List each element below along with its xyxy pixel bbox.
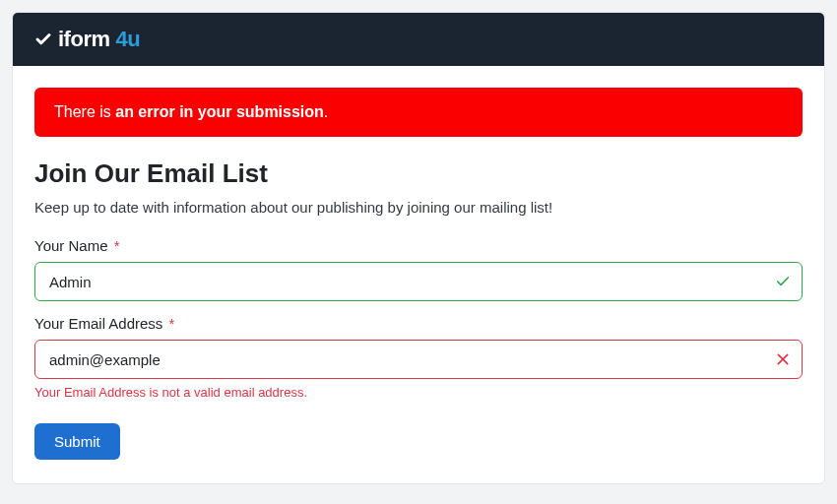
email-required-mark: * (169, 315, 175, 332)
email-label-text: Your Email Address (34, 315, 162, 332)
error-alert: There is an error in your submission. (34, 88, 803, 137)
check-icon (775, 274, 791, 289)
alert-prefix: There is (54, 103, 115, 120)
x-icon (775, 351, 791, 367)
email-input-row (34, 340, 803, 379)
brand-text-1: iform (58, 27, 110, 52)
name-label: Your Name * (34, 237, 803, 254)
form-description: Keep up to date with information about o… (34, 199, 803, 216)
form-card: iform4u There is an error in your submis… (12, 12, 825, 484)
name-required-mark: * (114, 237, 120, 254)
form-body: There is an error in your submission. Jo… (13, 66, 824, 483)
alert-bold: an error in your submission (115, 103, 324, 120)
email-input[interactable] (34, 340, 803, 379)
submit-button[interactable]: Submit (34, 423, 120, 460)
alert-suffix: . (324, 103, 328, 120)
email-error-message: Your Email Address is not a valid email … (34, 385, 803, 400)
form-title: Join Our Email List (34, 158, 803, 189)
brand-logo[interactable]: iform4u (34, 27, 140, 52)
name-label-text: Your Name (34, 237, 108, 254)
name-input[interactable] (34, 262, 803, 301)
name-input-row (34, 262, 803, 301)
field-email: Your Email Address * Your Email Address … (34, 315, 803, 400)
checkmark-icon (34, 31, 52, 48)
email-label: Your Email Address * (34, 315, 803, 332)
navbar: iform4u (13, 13, 824, 66)
field-name: Your Name * (34, 237, 803, 301)
brand-text-2: 4u (116, 27, 141, 52)
